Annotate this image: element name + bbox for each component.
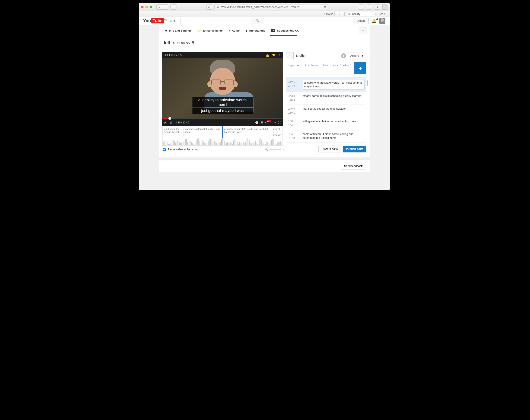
- tabs-button[interactable]: ❐: [366, 4, 372, 10]
- search-input[interactable]: [180, 18, 251, 24]
- player-controls: ▶ 🔊 0:39 / 12:46 🕘 ☰ ⚙HD ▭ ⛶: [162, 119, 283, 126]
- zoom-slider[interactable]: [269, 149, 282, 150]
- watch-later-icon[interactable]: 🕘: [255, 121, 258, 124]
- reload-icon[interactable]: ⟳: [324, 6, 326, 9]
- url-text: www.youtube.com/timedtext_editor?bl=vmp&…: [221, 6, 299, 9]
- dislike-icon[interactable]: 👎: [272, 54, 276, 57]
- timeline-segment[interactable]: word swing the hrough the ball: [162, 127, 183, 136]
- search-icon: 🔍: [347, 13, 351, 15]
- timeline-segment[interactable]: smart I c schoolin learned: [271, 127, 283, 136]
- page-title: Jeff Interview 5: [163, 40, 366, 46]
- minimize-window[interactable]: [145, 6, 148, 8]
- timeline[interactable]: word swing the hrough the ballstammer st…: [162, 126, 283, 146]
- fullscreen-icon[interactable]: ⛶: [278, 121, 280, 124]
- subtitle-times: 0:54.10:57.8: [288, 132, 299, 140]
- subtitle-times: 0:46.90:50.1: [288, 107, 299, 115]
- cc-toggle-icon[interactable]: ☰: [261, 121, 263, 124]
- subtitle-item[interactable]: 0:46.90:50.1that I could say all the tim…: [286, 105, 366, 117]
- editor-tabs: ✎Info and Settings ✨Enhancements ♪Audio …: [159, 25, 370, 36]
- pause-while-typing-checkbox[interactable]: [163, 148, 166, 151]
- chevron-down-icon: ▼: [361, 54, 364, 57]
- close-window[interactable]: [141, 6, 144, 8]
- find-bar: 1 match ‹ › 🔍 inability ⓧ Done: [139, 11, 390, 17]
- player-title: Jeff Interview 5: [164, 54, 182, 57]
- timeline-segment[interactable]: stammer stuttered I thought it was about: [183, 127, 222, 136]
- video-frame[interactable]: a inability to articulate words man I ju…: [162, 58, 283, 118]
- tab-annotations[interactable]: ▮Annotations: [243, 25, 268, 36]
- subtitle-item[interactable]: 0:43.80:46.9smart I came docks in school…: [286, 92, 366, 104]
- language-label: English: [296, 54, 307, 57]
- zoom-window[interactable]: [149, 6, 152, 8]
- subtitle-text: that I could say all the time twisters: [303, 107, 365, 115]
- subtitle-item[interactable]: 0:54.10:57.8come at fifteen I I didn't c…: [286, 130, 366, 143]
- seek-bar[interactable]: [162, 118, 283, 119]
- safari-window: ‹ › ◐ 🔒 www.youtube.com/timedtext_editor…: [139, 3, 390, 190]
- tab-info[interactable]: ✎Info and Settings: [162, 25, 195, 36]
- tab-enhancements[interactable]: ✨Enhancements: [195, 25, 225, 36]
- notifications-icon[interactable]: 🔔■: [372, 19, 376, 23]
- subtitle-text[interactable]: a inability to articulate words man I ju…: [303, 80, 365, 90]
- youtube-header: YouTube GB ≡ ▾ 🔍 Upload 🔔■: [139, 17, 390, 25]
- actions-dropdown[interactable]: Actions▼: [348, 52, 366, 59]
- timeline-segment[interactable]: a inability to articulate words man I ju…: [222, 127, 271, 136]
- pencil-icon: ✎: [165, 29, 167, 32]
- find-next[interactable]: ›: [339, 12, 345, 16]
- settings-icon[interactable]: ⚙HD: [265, 121, 271, 124]
- info-icon[interactable]: i: [341, 53, 346, 58]
- subtitle-item[interactable]: 0:50.10:54.1with great articulation had …: [286, 117, 366, 130]
- note-icon: ♪: [229, 29, 230, 32]
- subtitle-list: 0:39.10:43.8a inability to articulate wo…: [286, 77, 366, 143]
- video-player: Jeff Interview 5 👍 👎 ↗: [162, 52, 283, 126]
- send-feedback-button[interactable]: Send feedback: [341, 163, 366, 169]
- time-display: 0:39 / 12:46: [176, 121, 189, 124]
- downloads-button[interactable]: ⬇: [374, 4, 380, 10]
- lock-icon: 🔒: [216, 6, 219, 8]
- address-bar[interactable]: 🔒 www.youtube.com/timedtext_editor?bl=vm…: [214, 4, 328, 10]
- play-icon[interactable]: ▶: [164, 121, 166, 124]
- subtitle-item[interactable]: 0:39.10:43.8a inability to articulate wo…: [286, 78, 366, 92]
- theater-icon[interactable]: ▭: [274, 121, 276, 124]
- new-subtitle-input[interactable]: [286, 62, 354, 74]
- subtitle-text: smart I came docks in schooling quickly …: [303, 94, 365, 102]
- discard-button[interactable]: Discard edits: [318, 146, 341, 153]
- find-done[interactable]: Done: [377, 12, 388, 16]
- scrollbar[interactable]: [367, 80, 368, 86]
- find-query: inability: [352, 13, 360, 15]
- language-back[interactable]: ←: [286, 52, 294, 59]
- search-button[interactable]: 🔍: [251, 18, 264, 24]
- seek-handle[interactable]: [168, 117, 171, 120]
- youtube-logo[interactable]: YouTube GB: [143, 18, 167, 23]
- like-icon[interactable]: 👍: [266, 54, 269, 57]
- tab-audio[interactable]: ♪Audio: [225, 25, 243, 36]
- titlebar: ‹ › ◐ 🔒 www.youtube.com/timedtext_editor…: [139, 3, 390, 11]
- publish-button[interactable]: Publish edits: [343, 146, 366, 153]
- adblock-icon[interactable]: ◐: [206, 4, 212, 10]
- add-subtitle-button[interactable]: +: [354, 62, 366, 74]
- share-button[interactable]: ⤴: [358, 4, 364, 10]
- subtitle-times: 0:39.10:43.8: [288, 80, 299, 90]
- zoom-icon[interactable]: 🔍: [264, 148, 268, 151]
- back-button[interactable]: ‹: [156, 4, 162, 10]
- avatar[interactable]: [379, 18, 385, 24]
- guide-icon[interactable]: ≡ ▾: [170, 19, 175, 23]
- sidebar-button[interactable]: [170, 4, 177, 10]
- volume-icon[interactable]: 🔊: [169, 121, 173, 124]
- waveform: [162, 138, 282, 145]
- find-match-count: 1 match: [324, 13, 333, 15]
- subtitle-times: 0:50.10:54.1: [288, 119, 299, 127]
- caption-overlay: a inability to articulate words man I ju…: [192, 97, 253, 114]
- tab-subtitles[interactable]: CCSubtitles and CC: [268, 25, 302, 36]
- window-controls: [141, 6, 152, 8]
- find-input[interactable]: 🔍 inability ⓧ: [346, 12, 376, 16]
- upload-button[interactable]: Upload: [353, 18, 369, 24]
- wand-icon: ✨: [198, 29, 201, 32]
- back-arrow-button[interactable]: ↩: [359, 28, 367, 34]
- forward-button[interactable]: ›: [162, 4, 168, 10]
- find-prev[interactable]: ‹: [334, 12, 339, 16]
- clear-find-icon[interactable]: ⓧ: [372, 12, 374, 16]
- share-icon[interactable]: ↗: [278, 54, 280, 57]
- nav-buttons: ‹ ›: [156, 4, 168, 10]
- new-tab-button[interactable]: ＋: [382, 4, 387, 10]
- search-bar: 🔍: [180, 18, 264, 24]
- subtitle-text: with great articulation had number top t…: [303, 119, 365, 127]
